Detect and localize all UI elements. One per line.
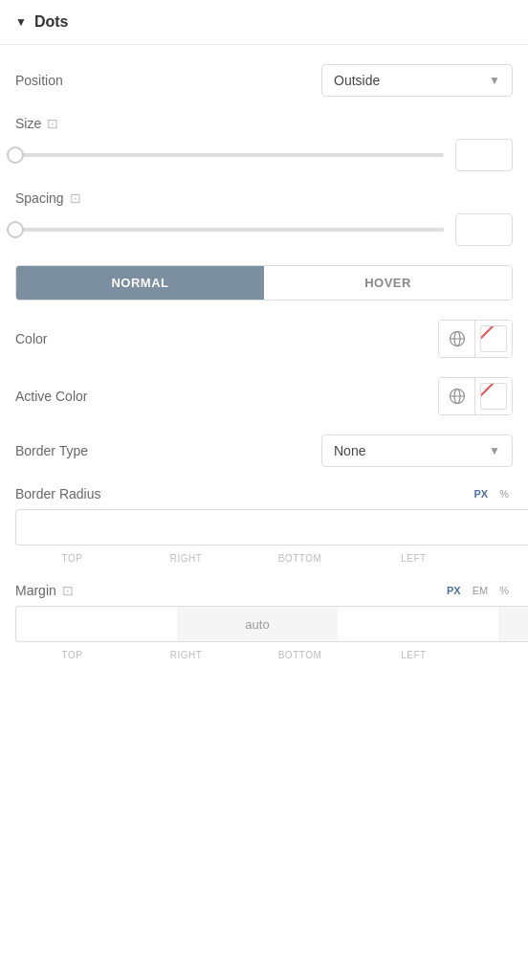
margin-right-label: RIGHT (129, 650, 243, 660)
margin-label: Margin ⊡ (15, 583, 74, 598)
position-value: Outside (334, 73, 380, 88)
size-field: Size ⊡ (15, 116, 513, 171)
active-color-globe-button[interactable] (439, 378, 475, 414)
margin-header: Margin ⊡ PX EM % (15, 583, 513, 598)
dots-panel: ▼ Dots Position Outside ▼ Size ⊡ (0, 0, 528, 679)
margin-left-label: LEFT (357, 650, 471, 660)
size-slider-thumb[interactable] (7, 146, 24, 164)
border-radius-left-input[interactable] (498, 509, 528, 546)
margin-monitor-icon: ⊡ (62, 583, 74, 598)
border-radius-left-label: LEFT (357, 553, 471, 564)
border-radius-units: PX % (471, 486, 513, 501)
margin-em-unit[interactable]: EM (469, 583, 493, 598)
state-tabs: NORMAL HOVER (15, 265, 513, 301)
panel-header: ▼ Dots (0, 0, 528, 45)
border-radius-top-label: TOP (15, 553, 129, 564)
tab-hover[interactable]: HOVER (264, 266, 512, 300)
border-type-field: Border Type None ▼ (15, 434, 513, 467)
border-radius-section: Border Radius PX % TOP (15, 486, 513, 564)
color-globe-button[interactable] (439, 321, 475, 357)
panel-collapse-arrow[interactable]: ▼ (15, 15, 27, 29)
margin-bottom-input[interactable] (338, 606, 498, 642)
active-color-swatch (480, 383, 507, 410)
border-radius-inputs (15, 509, 513, 546)
border-type-value: None (334, 443, 365, 458)
spacing-label: Spacing ⊡ (15, 190, 513, 206)
margin-top-label: TOP (15, 650, 129, 660)
margin-percent-unit[interactable]: % (495, 583, 513, 598)
position-dropdown[interactable]: Outside ▼ (321, 64, 513, 97)
panel-title: Dots (34, 13, 69, 31)
size-label: Size ⊡ (15, 116, 513, 131)
panel-body: Position Outside ▼ Size ⊡ (0, 45, 528, 679)
margin-units: PX EM % (443, 583, 513, 598)
spacing-slider-row (15, 213, 513, 246)
margin-inputs (15, 606, 513, 642)
border-type-dropdown[interactable]: None ▼ (321, 434, 513, 467)
size-monitor-icon: ⊡ (47, 116, 58, 131)
size-slider-wrapper (15, 145, 444, 165)
tab-normal[interactable]: NORMAL (16, 266, 264, 300)
margin-right-input[interactable] (177, 606, 338, 642)
border-radius-percent-unit[interactable]: % (495, 486, 513, 501)
margin-labels: TOP RIGHT BOTTOM LEFT (15, 650, 513, 660)
margin-top-input[interactable] (15, 606, 177, 642)
border-type-label: Border Type (15, 443, 88, 458)
position-dropdown-arrow: ▼ (489, 74, 500, 87)
border-radius-top-input[interactable] (15, 509, 177, 546)
color-swatch (480, 325, 507, 352)
active-color-controls (438, 377, 513, 415)
border-radius-px-unit[interactable]: PX (471, 486, 493, 501)
color-swatch-button[interactable] (475, 321, 512, 357)
position-field: Position Outside ▼ (15, 64, 513, 97)
spacing-slider-track (15, 228, 444, 232)
color-label: Color (15, 331, 47, 346)
color-field: Color (15, 320, 513, 358)
spacing-slider-wrapper (15, 220, 444, 239)
margin-bottom-label: BOTTOM (243, 650, 357, 660)
border-radius-right-input[interactable] (177, 509, 338, 546)
margin-left-input[interactable] (498, 606, 528, 642)
border-radius-bottom-label: BOTTOM (243, 553, 357, 564)
border-radius-labels: TOP RIGHT BOTTOM LEFT (15, 553, 513, 564)
active-color-field: Active Color (15, 377, 513, 415)
border-radius-label: Border Radius (15, 486, 101, 501)
border-radius-header: Border Radius PX % (15, 486, 513, 501)
spacing-slider-thumb[interactable] (7, 221, 24, 238)
active-color-label: Active Color (15, 389, 87, 404)
size-slider-track (15, 153, 444, 157)
margin-px-unit[interactable]: PX (443, 583, 465, 598)
spacing-input[interactable] (455, 213, 513, 246)
border-radius-bottom-input[interactable] (338, 509, 498, 546)
active-color-swatch-button[interactable] (475, 378, 512, 414)
spacing-field: Spacing ⊡ (15, 190, 513, 246)
size-input[interactable] (455, 139, 513, 171)
border-type-arrow: ▼ (489, 444, 500, 457)
position-label: Position (15, 73, 63, 88)
margin-section: Margin ⊡ PX EM % (15, 583, 513, 660)
size-slider-row (15, 139, 513, 171)
color-controls (438, 320, 513, 358)
spacing-monitor-icon: ⊡ (70, 190, 81, 206)
border-radius-right-label: RIGHT (129, 553, 243, 564)
